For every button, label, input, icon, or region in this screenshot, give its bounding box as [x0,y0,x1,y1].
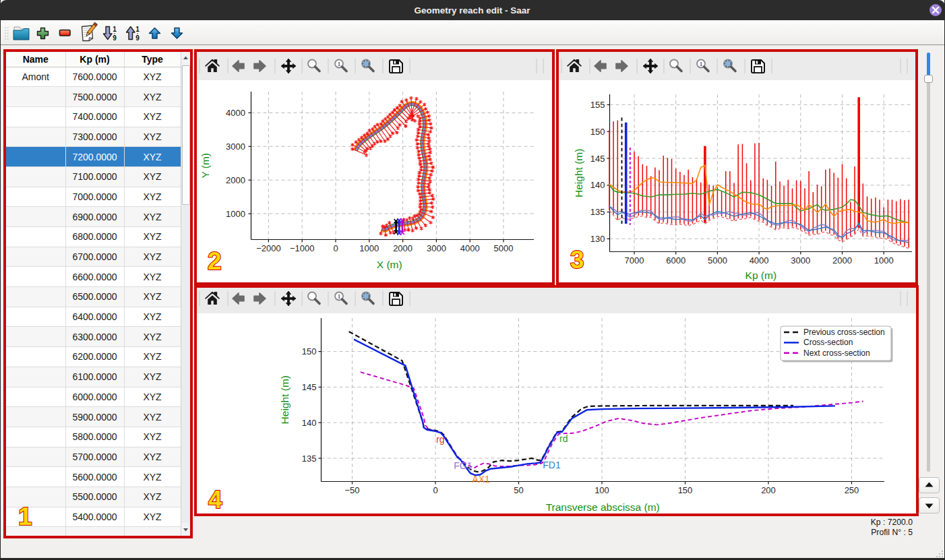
svg-text:3: 3 [570,246,584,274]
svg-text:3000: 3000 [427,243,446,253]
svg-text:9: 9 [113,34,117,42]
svg-text:X (m): X (m) [377,259,402,270]
svg-text:1: 1 [18,503,32,530]
svg-text:0: 0 [333,243,338,253]
svg-text:1: 1 [113,26,117,33]
svg-text:145: 145 [302,382,317,392]
svg-text:Height (m): Height (m) [280,375,291,424]
svg-text:150: 150 [302,346,317,356]
svg-text:3000: 3000 [791,255,810,266]
svg-text:4: 4 [208,486,222,514]
svg-text:100: 100 [595,485,609,495]
svg-text:2: 2 [208,247,222,275]
svg-text:9: 9 [135,34,140,42]
svg-text:−1000: −1000 [290,243,315,253]
svg-text:50: 50 [514,485,523,495]
svg-text:−2000: −2000 [256,243,281,253]
svg-text:4000: 4000 [749,255,768,266]
svg-text:2000: 2000 [832,255,852,266]
svg-text:Kp (m): Kp (m) [745,270,776,281]
svg-text:250: 250 [845,485,859,495]
svg-text:1000: 1000 [226,209,245,219]
svg-text:4000: 4000 [226,108,245,118]
svg-text:150: 150 [678,485,693,495]
svg-text:Y (m): Y (m) [200,153,212,179]
svg-text:Height (m): Height (m) [573,149,584,197]
svg-text:1000: 1000 [874,255,893,266]
svg-text:135: 135 [302,454,317,464]
svg-text:1: 1 [135,26,140,33]
svg-text:145: 145 [590,154,605,164]
svg-text:Cross-section: Cross-section [803,338,853,347]
svg-text:3000: 3000 [226,142,245,152]
svg-text:155: 155 [590,100,605,110]
svg-text:AX1: AX1 [472,474,490,485]
svg-text:rd: rd [559,433,568,444]
svg-text:200: 200 [761,485,776,495]
svg-text:FD1: FD1 [543,460,561,470]
svg-text:0: 0 [433,485,437,495]
svg-text:2000: 2000 [393,243,413,253]
svg-text:1000: 1000 [359,243,379,253]
svg-text:140: 140 [590,180,605,190]
svg-text:Next cross-section: Next cross-section [803,348,870,358]
svg-text:rg: rg [436,434,444,445]
svg-text:2000: 2000 [226,175,245,185]
svg-text:6000: 6000 [666,255,685,266]
svg-text:4000: 4000 [460,243,480,253]
svg-text:150: 150 [590,127,605,137]
svg-text:140: 140 [302,418,317,428]
svg-text:135: 135 [590,207,605,217]
svg-text:Previous cross-section: Previous cross-section [803,328,885,337]
svg-text:5000: 5000 [707,255,727,266]
svg-text:7000: 7000 [624,255,644,266]
svg-text:5000: 5000 [494,243,514,253]
svg-text:−50: −50 [344,485,359,495]
svg-text:FG1: FG1 [454,460,472,471]
svg-text:Transverse abscissa (m): Transverse abscissa (m) [546,501,660,513]
